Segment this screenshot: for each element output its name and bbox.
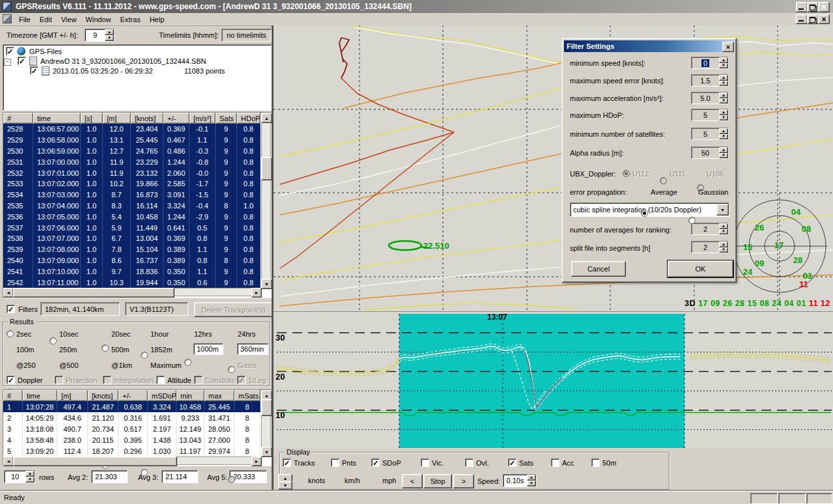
- playback-speed-stepper[interactable]: 0.10s ▲▼: [503, 474, 537, 487]
- result-constrain-checkbox[interactable]: [194, 376, 203, 384]
- menu-edit[interactable]: Edit: [35, 14, 57, 25]
- ok-button[interactable]: OK: [668, 260, 733, 277]
- rows-down-icon[interactable]: ▼: [25, 477, 35, 483]
- dialog-field-stepper[interactable]: 5▲▼: [691, 128, 729, 140]
- spin-down-icon[interactable]: ▼: [719, 81, 728, 87]
- timelimits-field[interactable]: no timelimits: [221, 29, 272, 42]
- results-table-hscroll-thumb[interactable]: [13, 456, 177, 466]
- results-col-header[interactable]: mSats: [234, 390, 261, 401]
- stop-button[interactable]: Stop: [423, 474, 452, 488]
- tree-root-checkbox[interactable]: ✓: [6, 47, 14, 55]
- tree-file-checkbox[interactable]: ✓: [18, 57, 26, 65]
- results-col-header[interactable]: [knots]: [88, 390, 119, 401]
- error-gaussian-radio[interactable]: [688, 217, 696, 224]
- filters-checkbox[interactable]: ✓: [7, 305, 15, 313]
- result-option-input[interactable]: 360min: [237, 343, 268, 355]
- track-col-header[interactable]: Sats: [216, 113, 237, 124]
- child-restore-button[interactable]: [807, 14, 819, 24]
- timezone-up-icon[interactable]: ▲: [105, 29, 114, 35]
- menu-file[interactable]: File: [14, 14, 35, 25]
- dropdown-arrow-icon[interactable]: ▼: [716, 204, 729, 216]
- speed-up-icon[interactable]: ▲: [527, 475, 536, 481]
- tree-collapse-icon[interactable]: −: [4, 59, 11, 66]
- track-table-hscroll-left[interactable]: ◄: [3, 288, 14, 298]
- display-50m-checkbox[interactable]: [591, 458, 600, 467]
- dialog-field-stepper[interactable]: 5▲▼: [691, 109, 729, 121]
- dialog-title-bar[interactable]: Filter Settings: [564, 40, 734, 52]
- result-interpolation-checkbox[interactable]: [103, 376, 111, 384]
- track-col-header[interactable]: [m/s²]: [190, 113, 216, 124]
- restore-button[interactable]: [807, 2, 819, 12]
- track-col-header[interactable]: +/-: [163, 113, 190, 124]
- child-minimize-button[interactable]: [796, 14, 808, 24]
- dialog-field-stepper[interactable]: 5.0▲▼: [691, 92, 729, 104]
- error-average-radio[interactable]: [641, 210, 648, 217]
- display-scale-down[interactable]: ▼: [278, 481, 292, 490]
- menu-extras[interactable]: Extras: [115, 14, 145, 25]
- tree-segment-label[interactable]: 2013.01.05 03:25:20 - 06:29:32: [53, 67, 153, 75]
- spin-down-icon[interactable]: ▼: [719, 134, 728, 140]
- cancel-button[interactable]: Cancel: [571, 261, 626, 277]
- display-ovl-checkbox[interactable]: [465, 458, 473, 467]
- spin-down-icon[interactable]: ▼: [719, 63, 728, 69]
- dialog-field-stepper[interactable]: 0▲▼: [691, 57, 729, 69]
- track-table-hscroll-right[interactable]: ►: [251, 288, 262, 298]
- result-option-input[interactable]: 1000m: [193, 343, 223, 355]
- track-col-header[interactable]: #: [3, 113, 33, 124]
- map-view[interactable]: 04260815172809240111: [274, 25, 833, 311]
- results-col-header[interactable]: min: [176, 390, 205, 401]
- results-col-header[interactable]: [m]: [57, 390, 88, 401]
- menu-help[interactable]: Help: [145, 14, 169, 25]
- dialog-close-button[interactable]: ×: [722, 42, 734, 52]
- result-option-24hrs-radio[interactable]: [228, 366, 235, 373]
- track-col-header[interactable]: [s]: [81, 113, 103, 124]
- result-option-12hrs-radio[interactable]: [184, 359, 191, 366]
- track-col-header[interactable]: [m]: [103, 113, 131, 124]
- display-sats-checkbox[interactable]: ✓: [508, 458, 516, 467]
- spin-down-icon[interactable]: ▼: [719, 98, 728, 104]
- results-col-header[interactable]: #: [3, 390, 23, 401]
- result-1leg-checkbox[interactable]: ✓: [237, 376, 246, 384]
- ranking-stepper[interactable]: 2 ▲▼: [691, 223, 729, 235]
- spin-up-icon[interactable]: ▲: [719, 147, 728, 153]
- menu-view[interactable]: View: [57, 14, 81, 25]
- track-table-vscroll-up[interactable]: ▲: [261, 113, 272, 123]
- tree-segment-checkbox[interactable]: ✓: [30, 66, 38, 75]
- results-table-hscroll-right[interactable]: ►: [251, 456, 262, 466]
- minimize-button[interactable]: [796, 2, 808, 12]
- integration-dropdown[interactable]: cubic spline integration (10/20s Doppler…: [570, 203, 729, 217]
- display-vic-checkbox[interactable]: [421, 458, 429, 467]
- display-acc-checkbox[interactable]: [551, 458, 559, 467]
- timezone-stepper[interactable]: 9 ▲▼: [85, 29, 115, 42]
- close-button[interactable]: ×: [818, 2, 830, 12]
- split-stepper[interactable]: 2 ▲▼: [691, 241, 729, 253]
- result-projection-checkbox[interactable]: [55, 376, 63, 384]
- step-forward-button[interactable]: >: [453, 474, 474, 488]
- display-sdop-checkbox[interactable]: ✓: [371, 458, 380, 467]
- results-col-header[interactable]: time: [23, 390, 57, 401]
- spin-up-icon[interactable]: ▲: [719, 128, 728, 134]
- spin-up-icon[interactable]: ▲: [719, 75, 728, 81]
- speed-graph[interactable]: [274, 311, 833, 449]
- spin-down-icon[interactable]: ▼: [719, 115, 728, 121]
- ubx-u111-radio[interactable]: [660, 177, 667, 184]
- spin-up-icon[interactable]: ▲: [719, 109, 728, 115]
- spin-up-icon[interactable]: ▲: [719, 57, 728, 63]
- step-back-button[interactable]: <: [402, 474, 423, 488]
- dialog-field-stepper[interactable]: 1.5▲▼: [691, 74, 729, 87]
- results-col-header[interactable]: max: [205, 390, 234, 401]
- timezone-down-icon[interactable]: ▼: [105, 35, 114, 41]
- track-table-hscroll-thumb[interactable]: [13, 288, 175, 298]
- result-option-2sec-radio[interactable]: [7, 330, 14, 337]
- tree-root-label[interactable]: GPS-Files: [29, 48, 62, 55]
- rows-stepper[interactable]: 10 ▲▼: [4, 470, 35, 483]
- rows-up-icon[interactable]: ▲: [25, 471, 35, 477]
- child-close-button[interactable]: ×: [818, 14, 830, 24]
- menu-window[interactable]: Window: [81, 14, 115, 25]
- results-table-vscroll-thumb[interactable]: [261, 399, 272, 416]
- track-table-vscroll-thumb[interactable]: [261, 157, 272, 180]
- dialog-field-stepper[interactable]: 50▲▼: [691, 147, 729, 159]
- results-table-vscroll-down[interactable]: ▼: [261, 447, 272, 457]
- track-table-vscroll-down[interactable]: ▼: [261, 279, 272, 289]
- results-col-header[interactable]: mSDoP: [148, 390, 176, 401]
